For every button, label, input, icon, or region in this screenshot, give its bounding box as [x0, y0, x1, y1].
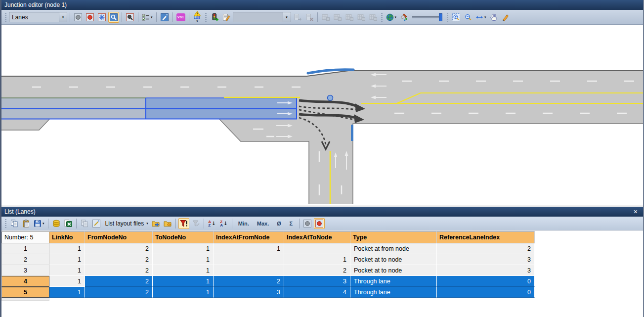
cell-fromnodeno[interactable]: 2 [85, 265, 153, 276]
cell-linkno[interactable]: 1 [49, 254, 85, 265]
cell-type[interactable]: Pocket at from node [350, 243, 437, 254]
cell-fromnodeno[interactable]: 2 [85, 287, 153, 298]
column-header-type[interactable]: Type [350, 231, 437, 243]
paste-icon[interactable] [21, 218, 32, 229]
cell-referencelaneindex[interactable]: 3 [437, 265, 535, 276]
merge-lanes-icon[interactable] [320, 12, 331, 23]
cell-indexattonode[interactable]: 2 [284, 265, 350, 276]
sort-descending-icon[interactable]: ZA↓ [218, 218, 229, 229]
vehicle-state-icon[interactable]: Vs1 [175, 12, 186, 23]
cell-tonodeno[interactable]: 1 [153, 254, 214, 265]
remove-pocket-icon[interactable] [368, 12, 379, 23]
cell-linkno[interactable]: 1 [49, 243, 85, 254]
filter-icon[interactable] [178, 218, 189, 229]
cell-fromnodeno[interactable]: 2 [85, 276, 153, 287]
table-row[interactable]: 412123Through lane0 [1, 276, 643, 287]
column-header-fromnodeno[interactable]: FromNodeNo [85, 231, 153, 243]
cell-referencelaneindex[interactable]: 0 [437, 276, 535, 287]
add-lane-icon[interactable] [332, 12, 343, 23]
chevron-down-icon[interactable]: ▾ [283, 12, 291, 22]
cell-tonodeno[interactable]: 1 [153, 243, 214, 254]
cell-indexatfromnode[interactable]: 3 [214, 287, 284, 298]
duplicate-icon[interactable] [79, 218, 90, 229]
delete-node-icon[interactable] [304, 12, 315, 23]
quick-mode-icon[interactable] [159, 12, 170, 23]
detail-level-slider[interactable] [412, 13, 442, 21]
row-number[interactable]: 4 [1, 276, 49, 287]
cell-type[interactable]: Pocket at to node [350, 265, 437, 276]
row-number[interactable]: 5 [1, 287, 49, 298]
zoom-fit-icon[interactable]: ▾ [474, 12, 487, 23]
network-object-combobox[interactable]: Lanes▾ [9, 12, 67, 22]
table-row[interactable]: 11211Pocket at from node2 [1, 243, 643, 254]
column-header-indexatfromnode[interactable]: IndexAtFromNode [214, 231, 284, 243]
insert-mode-icon[interactable] [73, 12, 84, 23]
cell-type[interactable]: Through lane [350, 276, 437, 287]
junction-canvas[interactable] [1, 25, 643, 205]
save-layout-icon[interactable] [162, 218, 173, 229]
cell-fromnodeno[interactable]: 2 [85, 243, 153, 254]
node-handle[interactable] [328, 95, 333, 101]
cell-indexattonode[interactable] [284, 243, 350, 254]
table-row[interactable]: 512134Through lane0 [1, 287, 643, 298]
table-row[interactable]: 21211Pocket at to node3 [1, 254, 643, 265]
edit-signal-controller-icon[interactable] [221, 12, 232, 23]
max-button[interactable]: Max. [254, 218, 272, 229]
background-map-icon[interactable]: ▾ [385, 12, 398, 23]
zoom-in-icon[interactable] [451, 12, 462, 23]
copy-icon[interactable] [9, 218, 20, 229]
column-header-referencelaneindex[interactable]: ReferenceLaneIndex [437, 231, 535, 243]
sync-selection-icon[interactable] [302, 218, 313, 229]
signal-warning-icon[interactable]: LUS▾ [192, 12, 203, 23]
cell-referencelaneindex[interactable]: 2 [437, 243, 535, 254]
cell-fromnodeno[interactable]: 2 [85, 254, 153, 265]
close-icon[interactable]: × [631, 208, 640, 215]
list-layout-files-menu[interactable]: List layout files▾ [103, 218, 149, 229]
cell-linkno[interactable]: 1 [49, 287, 85, 298]
chevron-down-icon[interactable]: ▾ [59, 12, 67, 22]
edit-mode-icon[interactable] [85, 12, 95, 23]
row-number[interactable]: 2 [1, 254, 49, 265]
excel-export-icon[interactable] [63, 218, 74, 229]
autozoom-icon[interactable] [125, 12, 135, 23]
redraw-icon[interactable] [398, 12, 409, 23]
cell-indexattonode[interactable]: 4 [284, 287, 350, 298]
cell-linkno[interactable]: 1 [49, 265, 85, 276]
cell-indexattonode[interactable]: 3 [284, 276, 350, 287]
remove-lane-icon[interactable] [344, 12, 355, 23]
cell-tonodeno[interactable]: 1 [153, 276, 214, 287]
zoom-mode-icon[interactable] [108, 12, 119, 23]
cell-type[interactable]: Through lane [350, 287, 437, 298]
sort-ascending-icon[interactable]: AZ↓ [207, 218, 217, 229]
cell-indexatfromnode[interactable] [214, 265, 284, 276]
selection-mode-icon[interactable] [96, 12, 107, 23]
cell-indexatfromnode[interactable] [214, 254, 284, 265]
cell-referencelaneindex[interactable]: 3 [437, 254, 535, 265]
save-icon[interactable]: ▾ [33, 218, 45, 229]
zoom-out-icon[interactable] [463, 12, 473, 23]
cell-indexattonode[interactable]: 1 [284, 254, 350, 265]
cell-tonodeno[interactable]: 1 [153, 265, 214, 276]
autoselect-icon[interactable] [314, 218, 325, 229]
export-node-icon[interactable] [292, 12, 303, 23]
open-layout-icon[interactable] [150, 218, 161, 229]
signal-program-combobox[interactable]: ▾ [233, 12, 291, 22]
mean-button[interactable]: Ø [273, 218, 285, 229]
cell-linkno[interactable]: 1 [49, 276, 85, 287]
cell-indexatfromnode[interactable]: 1 [214, 243, 284, 254]
network-object-list-icon[interactable]: ▾ [141, 12, 154, 23]
database-icon[interactable] [51, 218, 62, 229]
column-header-tonodeno[interactable]: ToNodeNo [153, 231, 214, 243]
row-number[interactable]: 1 [1, 243, 49, 254]
cell-referencelaneindex[interactable]: 0 [437, 287, 535, 298]
cell-type[interactable]: Pocket at to node [350, 254, 437, 265]
pan-icon[interactable] [488, 12, 499, 23]
edit-graphics-icon[interactable] [500, 12, 511, 23]
sum-button[interactable]: Σ [286, 218, 297, 229]
cell-tonodeno[interactable]: 1 [153, 287, 214, 298]
column-header-indexattonode[interactable]: IndexAtToNode [284, 231, 350, 243]
slider-handle[interactable] [439, 13, 442, 21]
table-row[interactable]: 31212Pocket at to node3 [1, 265, 643, 276]
row-number[interactable]: 3 [1, 265, 49, 276]
attribute-selection-icon[interactable] [91, 218, 102, 229]
